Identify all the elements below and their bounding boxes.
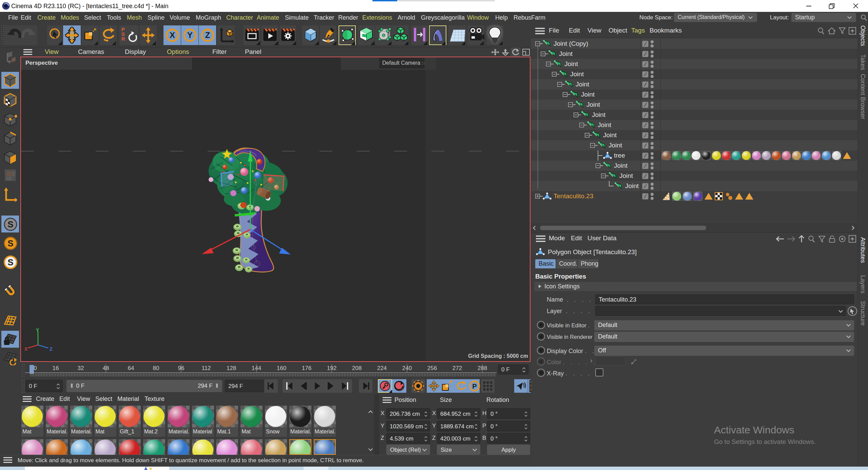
svg-text:S: S <box>7 219 13 229</box>
svg-text:R: R <box>121 36 125 42</box>
svg-text:Y: Y <box>187 30 193 40</box>
svg-text:Z: Z <box>205 30 210 40</box>
svg-text:S: S <box>7 238 13 248</box>
svg-text:P: P <box>472 383 477 390</box>
svg-text:S: S <box>7 257 13 267</box>
svg-text:Y: Y <box>36 328 39 333</box>
svg-text:X: X <box>170 30 175 40</box>
svg-text:Z: Z <box>50 347 53 351</box>
svg-text:X: X <box>24 347 27 351</box>
